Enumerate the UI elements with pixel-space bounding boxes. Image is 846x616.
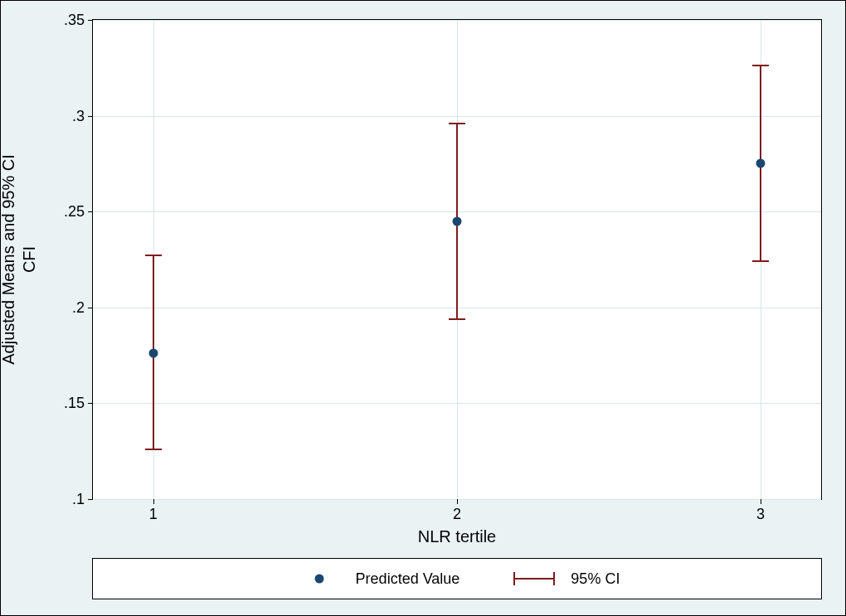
x-tick bbox=[153, 499, 154, 504]
y-axis-title: Adjusted Means and 95% CI CFI bbox=[0, 154, 40, 365]
x-tick-label: 1 bbox=[149, 506, 158, 523]
errorbar-cap-bottom bbox=[145, 449, 162, 450]
ci-line-icon bbox=[514, 578, 554, 580]
legend-item-predicted: Predicted Value bbox=[294, 570, 460, 588]
data-point bbox=[148, 349, 158, 358]
x-axis-title: NLR tertile bbox=[418, 527, 496, 546]
y-tick bbox=[88, 403, 93, 404]
data-point bbox=[756, 159, 766, 168]
chart-container: .1.15.2.25.3.35123NLR tertile Adjusted M… bbox=[0, 0, 846, 616]
data-point bbox=[453, 216, 462, 226]
legend: Predicted Value 95% CI bbox=[92, 558, 822, 599]
legend-item-ci: 95% CI bbox=[509, 570, 620, 588]
x-tick-label: 3 bbox=[756, 506, 765, 523]
x-tick bbox=[761, 499, 761, 504]
errorbar-cap-bottom bbox=[449, 318, 465, 320]
legend-label-ci: 95% CI bbox=[571, 570, 620, 588]
legend-marker-ci bbox=[509, 570, 559, 587]
errorbar-cap-top bbox=[449, 123, 465, 124]
x-tick-label: 2 bbox=[453, 506, 461, 523]
y-tick-label: .15 bbox=[64, 395, 85, 412]
errorbar-cap-top bbox=[145, 255, 162, 256]
y-axis-title-line1: Adjusted Means and 95% CI bbox=[0, 154, 17, 365]
y-axis-title-line2: CFI bbox=[20, 246, 38, 273]
plot-area: .1.15.2.25.3.35123NLR tertile bbox=[92, 19, 822, 500]
errorbar-cap-bottom bbox=[752, 260, 769, 262]
y-tick bbox=[88, 116, 93, 117]
dot-icon bbox=[314, 575, 323, 584]
y-tick bbox=[88, 20, 93, 21]
y-tick-label: .1 bbox=[72, 491, 85, 508]
y-tick bbox=[88, 211, 93, 212]
ci-cap-right-icon bbox=[553, 572, 555, 585]
y-tick-label: .35 bbox=[64, 12, 85, 29]
y-tick bbox=[88, 308, 93, 308]
x-tick bbox=[457, 499, 458, 504]
y-tick bbox=[88, 499, 93, 500]
y-tick-label: .2 bbox=[72, 298, 85, 316]
y-tick-label: .25 bbox=[64, 203, 85, 221]
errorbar-cap-top bbox=[752, 65, 769, 66]
y-tick-label: .3 bbox=[72, 107, 85, 124]
legend-label-predicted: Predicted Value bbox=[356, 570, 460, 588]
legend-marker-predicted bbox=[294, 570, 344, 587]
